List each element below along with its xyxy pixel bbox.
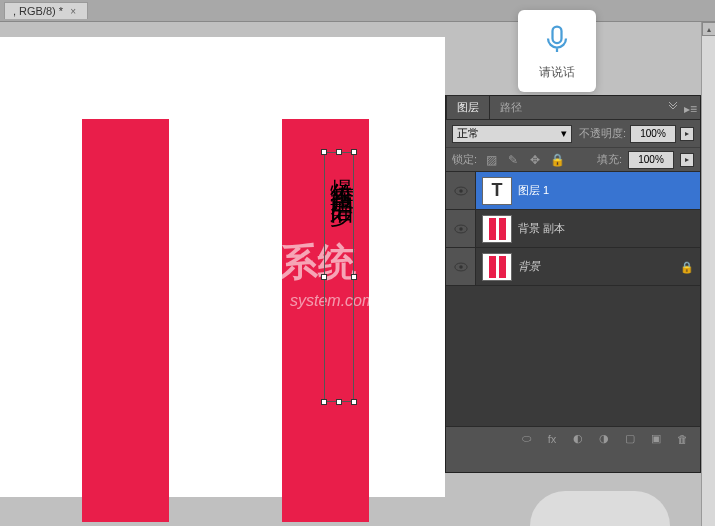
canvas-area[interactable]: 系统 system.com 爆竹声声辞旧岁， <box>0 22 445 526</box>
lock-pixels-icon[interactable]: ✎ <box>505 152 521 168</box>
lock-fill-row: 锁定: ▨ ✎ ✥ 🔒 填充: 100% ▸ <box>446 148 700 172</box>
layer-empty-area[interactable] <box>446 286 700 426</box>
voice-input-popup[interactable]: 请说话 <box>518 10 596 92</box>
visibility-eye-icon[interactable] <box>454 222 468 236</box>
mask-icon[interactable]: ◐ <box>570 431 586 447</box>
handle-bottom-left[interactable] <box>321 399 327 405</box>
chevron-down-icon: ▾ <box>561 127 567 140</box>
adjustment-icon[interactable]: ◑ <box>596 431 612 447</box>
handle-mid-left[interactable] <box>321 274 327 280</box>
voice-prompt-text: 请说话 <box>539 64 575 81</box>
visibility-eye-icon[interactable] <box>454 184 468 198</box>
lock-transparent-icon[interactable]: ▨ <box>483 152 499 168</box>
svg-point-2 <box>459 189 463 193</box>
lock-position-icon[interactable]: ✥ <box>527 152 543 168</box>
handle-bottom-right[interactable] <box>351 399 357 405</box>
layers-panel: 图层 路径 ▸≡ 正常 ▾ 不透明度: 100% ▸ 锁定: ▨ ✎ ✥ 🔒 填… <box>445 95 701 473</box>
handle-mid-right[interactable] <box>351 274 357 280</box>
tab-paths[interactable]: 路径 <box>490 96 532 119</box>
handle-top-left[interactable] <box>321 149 327 155</box>
microphone-icon <box>539 22 575 58</box>
tab-layers[interactable]: 图层 <box>446 95 490 119</box>
layer-thumbnail <box>482 215 512 243</box>
layer-row[interactable]: 背景 副本 <box>446 210 700 248</box>
blend-opacity-row: 正常 ▾ 不透明度: 100% ▸ <box>446 120 700 148</box>
layer-footer: ⬭ fx ◐ ◑ ▢ ▣ 🗑 <box>446 426 700 450</box>
fx-icon[interactable]: fx <box>544 431 560 447</box>
vertical-scrollbar[interactable]: ▴ <box>701 22 715 526</box>
handle-bottom-mid[interactable] <box>336 399 342 405</box>
layer-name[interactable]: 背景 <box>518 259 540 274</box>
document-tab-bar: , RGB/8) * × <box>0 0 715 22</box>
canvas-background: 系统 system.com 爆竹声声辞旧岁， <box>0 37 445 497</box>
couplet-left-shape <box>82 119 169 522</box>
tab-close-icon[interactable]: × <box>67 5 79 17</box>
layer-list: T 图层 1 背景 副本 背景 🔒 <box>446 172 700 426</box>
layer-row[interactable]: 背景 🔒 <box>446 248 700 286</box>
fill-label: 填充: <box>597 152 622 167</box>
text-transform-box[interactable]: 爆竹声声辞旧岁， <box>324 152 354 402</box>
lock-all-icon[interactable]: 🔒 <box>549 152 565 168</box>
group-folder-icon[interactable]: ▢ <box>622 431 638 447</box>
fill-input[interactable]: 100% <box>628 151 674 169</box>
layer-thumbnail: T <box>482 177 512 205</box>
vertical-text-content[interactable]: 爆竹声声辞旧岁， <box>326 160 358 216</box>
fill-arrow-icon[interactable]: ▸ <box>680 153 694 167</box>
opacity-label: 不透明度: <box>579 126 626 141</box>
opacity-arrow-icon[interactable]: ▸ <box>680 127 694 141</box>
link-layers-icon[interactable]: ⬭ <box>518 431 534 447</box>
document-tab[interactable]: , RGB/8) * × <box>4 2 88 19</box>
visibility-eye-icon[interactable] <box>454 260 468 274</box>
lock-icon: 🔒 <box>680 261 692 273</box>
svg-rect-0 <box>553 26 562 43</box>
svg-point-4 <box>459 227 463 231</box>
scroll-up-icon[interactable]: ▴ <box>702 22 715 36</box>
panel-tab-bar: 图层 路径 ▸≡ <box>446 96 700 120</box>
handle-top-right[interactable] <box>351 149 357 155</box>
decorative-blob <box>530 491 670 526</box>
layer-row[interactable]: T 图层 1 <box>446 172 700 210</box>
svg-point-6 <box>459 265 463 269</box>
handle-top-mid[interactable] <box>336 149 342 155</box>
trash-icon[interactable]: 🗑 <box>674 431 690 447</box>
panel-collapse-icon[interactable] <box>668 102 678 112</box>
new-layer-icon[interactable]: ▣ <box>648 431 664 447</box>
blend-mode-select[interactable]: 正常 ▾ <box>452 125 572 143</box>
opacity-input[interactable]: 100% <box>630 125 676 143</box>
panel-menu-icon[interactable]: ▸≡ <box>684 102 694 112</box>
blend-mode-value: 正常 <box>457 126 479 141</box>
layer-name[interactable]: 背景 副本 <box>518 221 565 236</box>
lock-label: 锁定: <box>452 152 477 167</box>
layer-name[interactable]: 图层 1 <box>518 183 549 198</box>
layer-thumbnail <box>482 253 512 281</box>
tab-title: , RGB/8) * <box>13 5 63 17</box>
